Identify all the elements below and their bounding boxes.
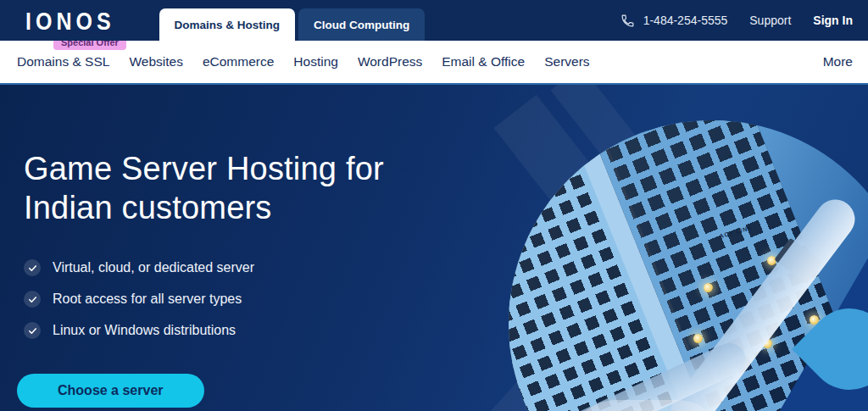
nav-item-servers[interactable]: Servers: [544, 54, 589, 69]
product-tabs: Domains & Hosting Cloud Computing: [159, 0, 426, 41]
topbar-right: 1-484-254-5555 Support Sign In: [620, 14, 868, 28]
choose-server-button[interactable]: Choose a server: [17, 374, 204, 408]
nav-item-email-office[interactable]: Email & Office: [442, 54, 525, 69]
nav-item-domains-ssl[interactable]: Domains & SSL: [17, 54, 109, 69]
top-bar: IONOS Domains & Hosting Cloud Computing …: [0, 0, 868, 41]
list-item-label: Root access for all server types: [53, 292, 242, 307]
tab-domains-hosting[interactable]: Domains & Hosting: [159, 8, 296, 41]
page: IONOS Domains & Hosting Cloud Computing …: [0, 0, 868, 411]
signin-link[interactable]: Sign In: [813, 14, 853, 27]
hero-section: ACT LINK Game Server Hosting for Indian …: [0, 85, 868, 411]
list-item: Virtual, cloud, or dedicated server: [24, 259, 384, 276]
nav-item-hosting[interactable]: Hosting: [293, 54, 338, 69]
list-item: Root access for all server types: [24, 291, 384, 308]
nav-item-more[interactable]: More: [823, 54, 868, 69]
led-light: [693, 334, 703, 343]
hero-content: Game Server Hosting for Indian customers…: [24, 85, 384, 408]
phone-link[interactable]: 1-484-254-5555: [620, 14, 728, 28]
ionos-logo[interactable]: IONOS: [25, 6, 115, 35]
phone-icon: [620, 14, 635, 28]
support-link[interactable]: Support: [749, 14, 791, 27]
nav-item-websites[interactable]: Websites: [129, 54, 182, 69]
list-item-label: Virtual, cloud, or dedicated server: [53, 260, 254, 275]
nav-item-wordpress[interactable]: WordPress: [358, 54, 422, 69]
tab-cloud-computing[interactable]: Cloud Computing: [298, 8, 425, 41]
phone-number[interactable]: 1-484-254-5555: [643, 14, 728, 27]
page-title: Game Server Hosting for Indian customers: [24, 149, 384, 227]
led-light: [704, 283, 713, 292]
check-icon: [24, 291, 41, 308]
list-item: Linux or Windows distributions: [24, 322, 384, 339]
check-icon: [24, 259, 41, 276]
main-nav: Special Offer Domains & SSL Websites eCo…: [0, 41, 868, 85]
nav-item-ecommerce[interactable]: eCommerce: [203, 54, 274, 69]
feature-list: Virtual, cloud, or dedicated server Root…: [24, 259, 384, 339]
check-icon: [24, 322, 41, 339]
list-item-label: Linux or Windows distributions: [53, 323, 236, 338]
